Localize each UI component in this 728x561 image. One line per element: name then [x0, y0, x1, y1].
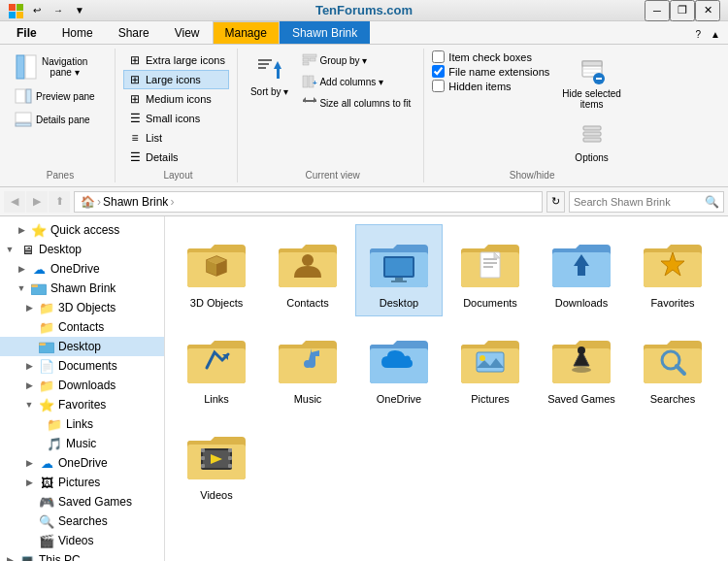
hidden-items-label[interactable]: Hidden items — [432, 80, 549, 92]
sidebar-item-desktop-selected[interactable]: Desktop — [0, 337, 164, 356]
check-options: Item check boxes File name extensions Hi… — [432, 50, 549, 92]
svg-rect-86 — [644, 348, 702, 383]
nav-pane-label: Navigationpane ▾ — [42, 56, 87, 78]
add-columns-btn[interactable]: + Add columns ▾ — [297, 72, 415, 91]
tab-share[interactable]: Share — [106, 21, 162, 44]
hidden-items-checkbox[interactable] — [432, 80, 445, 92]
music-folder-icon — [277, 327, 339, 389]
sidebar-item-contacts[interactable]: 📁 Contacts — [0, 317, 164, 337]
undo-btn[interactable]: ↩ — [27, 2, 47, 19]
preview-pane-btn[interactable]: Preview pane — [10, 85, 107, 107]
forward-btn[interactable]: ▶ — [26, 191, 48, 213]
svg-rect-9 — [16, 123, 31, 126]
pictures-icon: 🖼 — [39, 475, 54, 490]
sidebar-item-onedrive2[interactable]: ▶ ☁ OneDrive — [0, 453, 164, 473]
size-all-label: Size all columns to fit — [319, 98, 411, 109]
music-icon: 🎵 — [47, 436, 62, 451]
sidebar-item-saved-games[interactable]: 🎮 Saved Games — [0, 492, 164, 512]
view-details[interactable]: ☰ Details — [123, 148, 182, 167]
path-sep1: › — [97, 195, 101, 209]
view-medium[interactable]: ⊞ Medium icons — [123, 89, 229, 109]
file-item-saved-games[interactable]: Saved Games — [538, 320, 625, 412]
title-bar: ↩ → ▼ TenForums.com ─ ❐ ✕ — [0, 0, 728, 21]
sidebar-item-documents[interactable]: ▶ 📄 Documents — [0, 356, 164, 376]
search-input[interactable] — [574, 196, 705, 208]
maximize-btn[interactable]: ❐ — [670, 0, 695, 21]
file-ext-label[interactable]: File name extensions — [432, 65, 549, 78]
file-item-favorites[interactable]: Favorites — [629, 224, 716, 316]
sidebar-item-pictures[interactable]: ▶ 🖼 Pictures — [0, 473, 164, 492]
view-small[interactable]: ☰ Small icons — [123, 109, 229, 128]
minimize-btn[interactable]: ─ — [645, 0, 670, 21]
sidebar-item-searches[interactable]: 🔍 Searches — [0, 512, 164, 531]
sidebar-item-favorites[interactable]: ▼ ⭐ Favorites — [0, 395, 164, 414]
sidebar-item-music[interactable]: 🎵 Music — [0, 434, 164, 453]
file-item-onedrive[interactable]: OneDrive — [355, 320, 443, 412]
up-btn[interactable]: ⬆ — [49, 191, 70, 213]
hide-selected-btn[interactable]: Hide selecteditems — [555, 50, 628, 115]
svg-rect-1 — [17, 4, 23, 11]
view-list[interactable]: ≡ List — [123, 128, 182, 148]
details-pane-btn[interactable]: Details pane — [10, 109, 107, 130]
sidebar-item-3d-objects[interactable]: ▶ 📁 3D Objects — [0, 298, 164, 317]
videos-file-name: Videos — [200, 489, 232, 502]
view-extra-large[interactable]: ⊞ Extra large icons — [123, 50, 229, 70]
size-all-btn[interactable]: Size all columns to fit — [297, 93, 415, 113]
tab-file[interactable]: File — [4, 21, 50, 44]
file-item-music[interactable]: Music — [264, 320, 351, 412]
address-bar: ◀ ▶ ⬆ 🏠 › Shawn Brink › ↻ 🔍 — [0, 187, 728, 216]
current-view-top: Sort by ▾ Group by ▾ + Add columns ▾ Siz… — [246, 50, 415, 113]
favorites-folder-icon — [642, 231, 704, 293]
desktop-folder-file-icon — [368, 231, 430, 293]
small-icon: ☰ — [127, 111, 143, 126]
quick-access-icon: ⭐ — [31, 222, 47, 238]
sidebar-item-this-pc[interactable]: ▶ 💻 This PC — [0, 550, 164, 561]
file-item-pictures[interactable]: Pictures — [447, 320, 534, 412]
sort-by-btn[interactable]: Sort by ▾ — [246, 50, 293, 100]
sidebar-item-links[interactable]: 📁 Links — [0, 414, 164, 434]
file-item-contacts[interactable]: Contacts — [264, 224, 351, 316]
svg-text:+: + — [313, 79, 317, 87]
tab-manage[interactable]: Manage — [213, 21, 280, 44]
expander: ▶ — [4, 555, 16, 561]
ribbon-collapse-btn[interactable]: ▲ — [707, 27, 724, 42]
refresh-btn[interactable]: ↻ — [546, 191, 565, 213]
address-path[interactable]: 🏠 › Shawn Brink › — [74, 191, 543, 213]
sidebar-item-onedrive[interactable]: ▶ ☁ OneDrive — [0, 259, 164, 279]
sidebar-item-videos[interactable]: 🎬 Videos — [0, 531, 164, 550]
contacts-name: Contacts — [286, 297, 328, 310]
file-item-3d-objects[interactable]: 3D Objects — [173, 224, 260, 316]
file-ext-checkbox[interactable] — [432, 65, 445, 78]
navigation-pane-btn[interactable]: Navigationpane ▾ — [10, 50, 107, 83]
svg-rect-97 — [228, 456, 232, 460]
sidebar-item-downloads[interactable]: ▶ 📁 Downloads — [0, 376, 164, 395]
file-item-links[interactable]: Links — [173, 320, 260, 412]
saved-games-folder-icon — [550, 327, 612, 389]
desktop-folder-icon — [39, 339, 54, 354]
tab-shawn[interactable]: Shawn Brink — [280, 21, 370, 44]
tab-view[interactable]: View — [162, 21, 213, 44]
file-item-documents[interactable]: Documents — [447, 224, 534, 316]
back-btn[interactable]: ◀ — [4, 191, 25, 213]
qa-dropdown[interactable]: ▼ — [70, 2, 89, 19]
sidebar-item-desktop[interactable]: ▼ 🖥 Desktop — [0, 240, 164, 259]
item-check-checkbox[interactable] — [432, 50, 445, 63]
sidebar-item-shawn-brink[interactable]: ▼ Shawn Brink — [0, 279, 164, 298]
svg-rect-18 — [303, 62, 309, 65]
item-check-label[interactable]: Item check boxes — [432, 50, 549, 63]
file-item-videos[interactable]: Videos — [173, 416, 260, 509]
help-btn[interactable]: ? — [692, 27, 706, 42]
file-item-downloads[interactable]: Downloads — [538, 224, 625, 316]
group-by-btn[interactable]: Group by ▾ — [297, 50, 415, 70]
sidebar-item-quick-access[interactable]: ▶ ⭐ Quick access — [0, 220, 164, 240]
downloads-icon: 📁 — [39, 378, 54, 393]
tab-home[interactable]: Home — [50, 21, 106, 44]
svg-rect-15 — [303, 54, 316, 57]
file-ext-text: File name extensions — [448, 66, 549, 78]
file-item-desktop[interactable]: Desktop — [355, 224, 443, 316]
file-item-searches[interactable]: Searches — [629, 320, 716, 412]
options-btn[interactable]: Options — [568, 116, 614, 166]
view-large[interactable]: ⊞ Large icons — [123, 70, 229, 89]
close-btn[interactable]: ✕ — [695, 0, 720, 21]
redo-btn[interactable]: → — [49, 2, 68, 19]
